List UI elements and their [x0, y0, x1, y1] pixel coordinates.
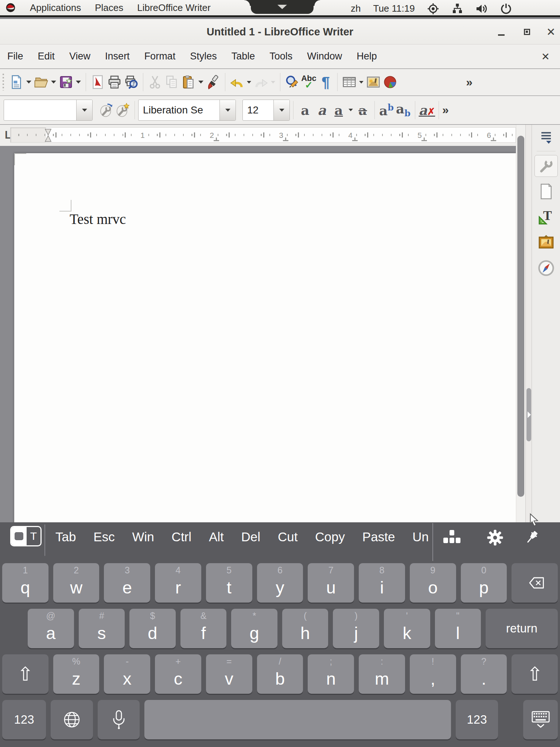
key-r[interactable]: 4r	[155, 563, 201, 603]
bold-button[interactable]: a	[297, 100, 314, 120]
key-a[interactable]: @a	[28, 609, 74, 648]
menu-tools[interactable]: Tools	[269, 51, 292, 62]
minimize-button[interactable]	[493, 19, 510, 44]
key-123[interactable]: 123	[2, 700, 46, 739]
splitter-handle[interactable]	[526, 388, 531, 441]
insert-table-dropdown-icon[interactable]	[359, 81, 363, 84]
toolbar-overflow-button[interactable]: »	[442, 103, 452, 117]
clock[interactable]: Tue 11:19	[373, 3, 415, 14]
key-p[interactable]: 0p	[461, 563, 507, 603]
menu-insert[interactable]: Insert	[105, 51, 130, 62]
print-preview-button[interactable]	[123, 72, 140, 92]
key-h[interactable]: (h	[282, 609, 328, 648]
sidebar-tab-gallery[interactable]	[534, 232, 558, 253]
font-name-dropdown-button[interactable]	[219, 100, 236, 120]
sidebar-tab-navigator[interactable]	[534, 257, 558, 279]
print-button[interactable]	[106, 72, 123, 92]
key-v[interactable]: =v	[206, 654, 252, 694]
menu-window[interactable]: Window	[307, 51, 342, 62]
horizontal-ruler[interactable]: 123456	[10, 127, 516, 143]
open-button[interactable]	[33, 72, 50, 92]
save-dropdown-icon[interactable]	[76, 81, 81, 84]
font-name-combo[interactable]: Liberation Se	[138, 100, 236, 121]
network-icon[interactable]	[451, 3, 463, 15]
menu-styles[interactable]: Styles	[190, 51, 217, 62]
new-style-button[interactable]	[114, 100, 131, 120]
sidebar-tab-page[interactable]	[534, 181, 558, 202]
font-size-combo[interactable]: 12	[242, 100, 290, 121]
key-w[interactable]: 2w	[53, 563, 100, 603]
restore-button[interactable]	[518, 19, 535, 44]
open-dropdown-icon[interactable]	[51, 81, 56, 84]
keyboard-layout-indicator[interactable]: zh	[351, 3, 361, 14]
volume-icon[interactable]	[475, 3, 488, 15]
keyboard-settings-button[interactable]	[486, 528, 505, 547]
key-k[interactable]: 'k	[384, 609, 430, 648]
clear-formatting-button[interactable]: a✗	[419, 100, 435, 120]
toolbar-overflow-button[interactable]: »	[466, 76, 476, 89]
menu-view[interactable]: View	[69, 51, 90, 62]
superscript-button[interactable]: ab	[378, 100, 395, 120]
kb-toolbar-key-win[interactable]: Win	[132, 530, 154, 544]
key-space[interactable]	[144, 700, 451, 739]
key-j[interactable]: )j	[333, 609, 379, 648]
text-mode-label[interactable]: T	[27, 527, 40, 545]
key-m[interactable]: :m	[359, 654, 405, 694]
clone-formatting-button[interactable]	[205, 72, 222, 92]
close-document-button[interactable]: ✕	[541, 44, 550, 69]
sidebar-tab-properties[interactable]	[534, 155, 558, 177]
screen-notch-pull-tab[interactable]	[251, 0, 314, 14]
key-i[interactable]: 8i	[359, 563, 405, 603]
kb-toolbar-key-del[interactable]: Del	[241, 530, 261, 544]
scrollbar-thumb[interactable]	[517, 136, 524, 497]
key-c[interactable]: +c	[155, 654, 201, 694]
document-page[interactable]: Test mrvc	[14, 153, 516, 522]
key-shift[interactable]: ⇧	[512, 654, 558, 694]
key-o[interactable]: 9o	[410, 563, 456, 603]
keyboard-mode-toggle[interactable]: T	[10, 526, 42, 546]
undo-dropdown-icon[interactable]	[247, 81, 251, 84]
key-n[interactable]: ;n	[308, 654, 354, 694]
sidebar-tab-styles[interactable]: T	[534, 206, 558, 228]
key-123[interactable]: 123	[456, 700, 498, 739]
topbar-menu-libreoffice-writer[interactable]: LibreOffice Writer	[137, 2, 210, 13]
key-shift[interactable]: ⇧	[2, 654, 48, 694]
update-style-button[interactable]	[98, 100, 114, 120]
save-button[interactable]	[58, 72, 74, 92]
keyboard-pin-button[interactable]	[522, 528, 541, 547]
key-globe[interactable]	[51, 700, 93, 739]
key-d[interactable]: $d	[129, 609, 176, 648]
key-y[interactable]: 6y	[257, 563, 303, 603]
key-s[interactable]: #s	[79, 609, 125, 648]
topbar-menu-applications[interactable]: Applications	[30, 2, 81, 13]
strikethrough-button[interactable]: a	[354, 100, 371, 120]
kb-toolbar-key-cut[interactable]: Cut	[278, 530, 298, 544]
insert-chart-button[interactable]	[382, 72, 398, 92]
insert-image-button[interactable]	[365, 72, 382, 92]
kb-toolbar-key-esc[interactable]: Esc	[93, 530, 114, 544]
key-g[interactable]: *g	[231, 609, 277, 648]
kb-toolbar-key-copy[interactable]: Copy	[315, 530, 345, 544]
key-u[interactable]: 7u	[308, 563, 354, 603]
key-f[interactable]: &f	[180, 609, 227, 648]
key-e[interactable]: 3e	[104, 563, 150, 603]
key-backspace[interactable]	[512, 563, 558, 603]
paste-button[interactable]	[180, 72, 197, 92]
menu-format[interactable]: Format	[144, 51, 176, 62]
menu-help[interactable]: Help	[357, 51, 377, 62]
menu-file[interactable]: File	[7, 51, 23, 62]
export-pdf-button[interactable]	[89, 72, 106, 92]
extra-keys-button[interactable]	[443, 528, 462, 547]
key-return[interactable]: return	[486, 609, 558, 648]
find-replace-button[interactable]	[284, 72, 300, 92]
sidebar-settings-button[interactable]	[534, 130, 558, 146]
toolbar-drag-handle[interactable]	[1, 74, 6, 90]
power-icon[interactable]	[500, 3, 512, 15]
paste-dropdown-icon[interactable]	[198, 81, 203, 84]
formatting-marks-button[interactable]: ¶	[317, 72, 334, 92]
insert-table-button[interactable]	[341, 72, 358, 92]
kb-toolbar-key-paste[interactable]: Paste	[362, 530, 395, 544]
window-title-bar[interactable]: Untitled 1 - LibreOffice Writer ✕	[0, 19, 560, 44]
font-name-value[interactable]: Liberation Se	[139, 100, 219, 120]
key-dismiss[interactable]	[523, 700, 558, 739]
